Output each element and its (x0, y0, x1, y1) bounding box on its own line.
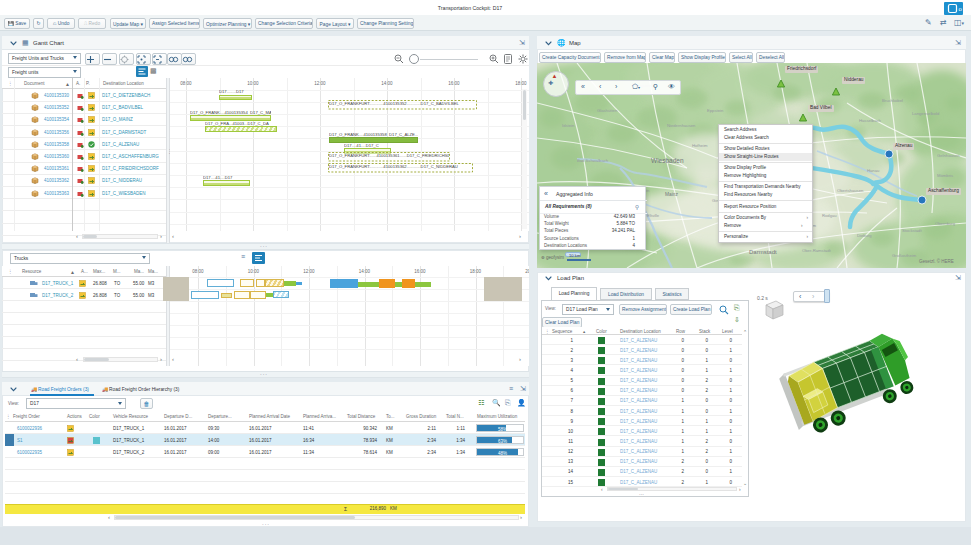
svg-text:o: o (959, 6, 963, 12)
